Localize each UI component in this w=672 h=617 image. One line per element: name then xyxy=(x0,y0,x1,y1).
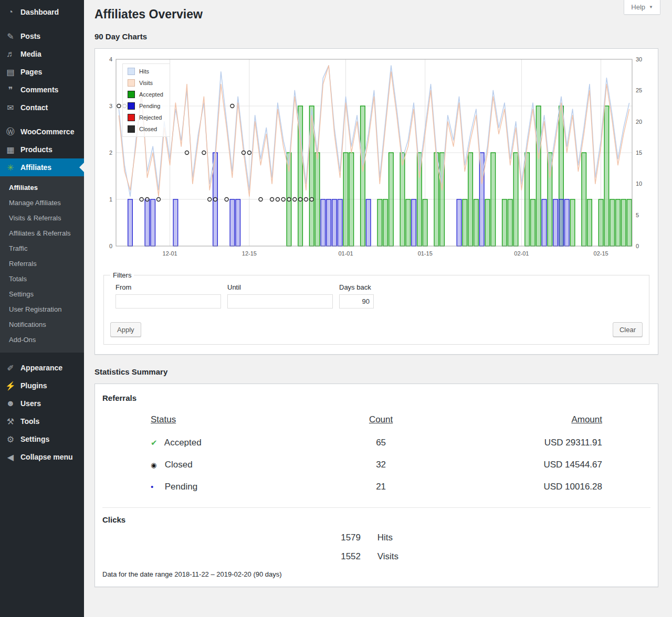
tools-icon: ⚒ xyxy=(5,417,16,427)
status-label: Closed xyxy=(165,460,193,470)
paintbrush-icon: ✐ xyxy=(5,363,16,373)
sidebar-item-label: Plugins xyxy=(20,381,47,390)
date-range-note: Data for the date range 2018-11-22 – 201… xyxy=(102,570,650,578)
chart-panel: 0123405101520253012-0112-1501-0101-1502-… xyxy=(94,48,658,355)
svg-text:02-01: 02-01 xyxy=(514,250,529,257)
apply-button[interactable]: Apply xyxy=(110,322,141,337)
stats-section-heading: Statistics Summary xyxy=(94,367,658,376)
legend-label: Pending xyxy=(139,103,160,109)
legend-item-closed: Closed xyxy=(128,125,163,133)
svg-text:4: 4 xyxy=(109,56,112,62)
svg-text:12-15: 12-15 xyxy=(242,250,257,257)
sidebar-item-contact[interactable]: ✉ Contact xyxy=(0,99,84,116)
sidebar-item-products[interactable]: ▦ Products xyxy=(0,141,84,158)
submenu-item-notifications[interactable]: Notifications xyxy=(0,317,84,332)
submenu-item-traffic[interactable]: Traffic xyxy=(0,241,84,256)
from-date-input[interactable] xyxy=(116,294,221,309)
status-label: Accepted xyxy=(164,438,202,448)
sidebar-item-label: Users xyxy=(20,399,41,408)
dot-icon: • xyxy=(151,482,162,491)
svg-text:12-01: 12-01 xyxy=(163,250,177,257)
sidebar-item-label: Pages xyxy=(20,68,42,76)
pending-swatch-icon xyxy=(128,102,135,110)
column-header-amount[interactable]: Amount xyxy=(571,414,602,424)
count-value: 65 xyxy=(340,432,422,454)
dashboard-icon: ◔ xyxy=(5,7,16,17)
page-title: Affiliates Overview xyxy=(94,0,658,26)
clear-button[interactable]: Clear xyxy=(613,322,643,337)
submenu-item-add-ons[interactable]: Add-Ons xyxy=(0,332,84,347)
svg-text:15: 15 xyxy=(636,150,642,156)
sidebar-item-posts[interactable]: ✎ Posts xyxy=(0,27,84,45)
svg-text:3: 3 xyxy=(109,103,112,109)
sidebar-item-collapse-menu[interactable]: ◀ Collapse menu xyxy=(0,448,84,466)
submenu-item-affiliates[interactable]: Affiliates xyxy=(0,180,84,195)
sidebar-item-plugins[interactable]: ⚡ Plugins xyxy=(0,377,84,395)
bullseye-icon: ◉ xyxy=(151,461,162,469)
sidebar-item-affiliates[interactable]: ✳ Affiliates xyxy=(0,158,84,176)
sidebar-item-media[interactable]: ♬ Media xyxy=(0,45,84,63)
sidebar-item-label: Affiliates xyxy=(20,163,51,172)
submenu-item-user-registration[interactable]: User Registration xyxy=(0,302,84,317)
svg-text:0: 0 xyxy=(636,243,639,249)
products-box-icon: ▦ xyxy=(5,145,16,155)
legend-label: Visits xyxy=(139,80,153,86)
legend-label: Rejected xyxy=(139,114,162,121)
pages-icon: ▤ xyxy=(5,67,16,77)
column-header-status[interactable]: Status xyxy=(151,414,176,424)
days-back-label: Days back xyxy=(339,283,374,291)
sidebar-item-users[interactable]: ☻ Users xyxy=(0,395,84,412)
referrals-heading: Referrals xyxy=(102,393,650,402)
from-field-group: From xyxy=(116,283,221,309)
sidebar-item-label: Posts xyxy=(20,32,40,40)
days-back-input[interactable] xyxy=(339,294,374,309)
menu-separator xyxy=(0,116,84,123)
submenu-item-affiliates-referrals[interactable]: Affiliates & Referrals xyxy=(0,226,84,241)
submenu-item-visits-referrals[interactable]: Visits & Referrals xyxy=(0,210,84,226)
legend-label: Closed xyxy=(139,126,157,132)
until-date-input[interactable] xyxy=(227,294,333,309)
svg-text:20: 20 xyxy=(636,119,642,125)
clicks-heading: Clicks xyxy=(102,515,650,524)
chevron-down-icon: ▼ xyxy=(649,5,653,9)
svg-text:02-15: 02-15 xyxy=(594,250,608,257)
sidebar-item-settings[interactable]: ⚙ Settings xyxy=(0,430,84,448)
filters-fieldset: Filters From Until Days back Apply Clear xyxy=(103,271,649,345)
sidebar-item-label: Contact xyxy=(20,103,48,112)
sidebar-item-label: Dashboard xyxy=(20,8,59,16)
help-button[interactable]: Help ▼ xyxy=(624,0,660,15)
svg-text:01-15: 01-15 xyxy=(418,250,433,257)
sidebar-item-label: Appearance xyxy=(20,364,62,372)
count-value: 21 xyxy=(340,476,422,498)
charts-section-heading: 90 Day Charts xyxy=(94,32,658,41)
svg-text:5: 5 xyxy=(636,212,639,218)
sidebar-item-label: Comments xyxy=(20,86,58,94)
sidebar-item-tools[interactable]: ⚒ Tools xyxy=(0,412,84,430)
referral-row-accepted: ✔ Accepted 65 USD 29311.91 xyxy=(151,432,602,454)
sidebar-item-comments[interactable]: ❞ Comments xyxy=(0,81,84,99)
legend-label: Accepted xyxy=(139,91,163,98)
legend-item-rejected: Rejected xyxy=(128,114,163,121)
sidebar-item-dashboard[interactable]: ◔ Dashboard xyxy=(0,3,84,21)
filters-legend: Filters xyxy=(110,271,134,279)
check-icon: ✔ xyxy=(151,438,162,448)
affiliates-pinwheel-icon: ✳ xyxy=(5,163,16,173)
rejected-swatch-icon xyxy=(128,114,135,121)
menu-separator xyxy=(0,353,84,359)
sidebar-item-woocommerce[interactable]: Ⓦ WooCommerce xyxy=(0,123,84,141)
hits-swatch-icon xyxy=(128,68,135,75)
column-header-count[interactable]: Count xyxy=(369,414,393,424)
admin-sidebar: ◔ Dashboard ✎ Posts ♬ Media ▤ Pages ❞ Co… xyxy=(0,0,84,617)
collapse-arrow-icon: ◀ xyxy=(5,452,16,462)
referral-row-pending: • Pending 21 USD 10016.28 xyxy=(151,476,602,498)
submenu-item-settings[interactable]: Settings xyxy=(0,286,84,302)
submenu-item-manage-affiliates[interactable]: Manage Affiliates xyxy=(0,195,84,210)
submenu-item-totals[interactable]: Totals xyxy=(0,271,84,286)
sidebar-item-pages[interactable]: ▤ Pages xyxy=(0,63,84,81)
submenu-item-referrals[interactable]: Referrals xyxy=(0,256,84,271)
status-label: Pending xyxy=(165,482,197,492)
sidebar-item-appearance[interactable]: ✐ Appearance xyxy=(0,359,84,377)
until-field-group: Until xyxy=(227,283,333,309)
amount-value: USD 14544.67 xyxy=(422,454,602,476)
statistics-panel: Referrals Status Count Amount ✔ Accepted xyxy=(94,384,658,587)
